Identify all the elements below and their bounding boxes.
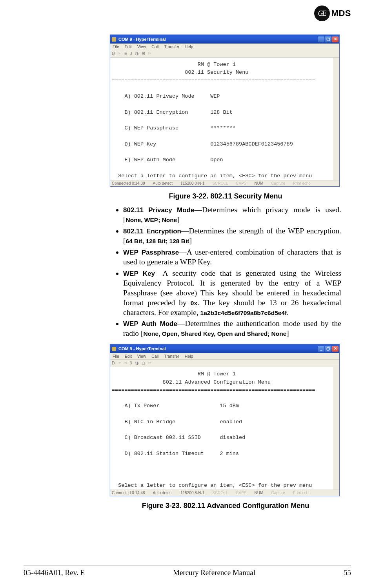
status-caps: CAPS bbox=[236, 181, 246, 186]
menu-transfer[interactable]: Transfer bbox=[164, 44, 179, 49]
status-baud: 115200 8-N-1 bbox=[180, 181, 204, 186]
status-scroll: SCROLL bbox=[212, 181, 228, 186]
menu-transfer[interactable]: Transfer bbox=[164, 354, 179, 359]
window-title: COM 9 - HyperTerminal bbox=[118, 37, 166, 42]
menu-view[interactable]: View bbox=[137, 354, 146, 359]
status-capture: Capture bbox=[271, 181, 285, 186]
param-name: WEP Passphrase bbox=[123, 249, 179, 256]
terminal-body[interactable]: RM @ Tower 1 802.11 Advanced Configurati… bbox=[110, 367, 339, 490]
param-name: 802.11 Encryption bbox=[123, 228, 181, 235]
status-bar: Connected 0:14:48 Auto detect 115200 8-N… bbox=[110, 490, 339, 496]
list-item: 802.11 Privacy Mode—Determines which pri… bbox=[123, 205, 341, 225]
minimize-icon[interactable]: _ bbox=[318, 346, 324, 352]
scroll-up-icon[interactable]: ▴ bbox=[333, 367, 339, 373]
menu-bar: File Edit View Call Transfer Help bbox=[110, 353, 339, 360]
param-options: None, WEP; None bbox=[126, 217, 177, 223]
status-num: NUM bbox=[255, 181, 264, 186]
list-item: WEP Auth Mode—Determines the authenticat… bbox=[123, 319, 341, 339]
param-name: WEP Key bbox=[123, 270, 155, 277]
param-end: ] bbox=[286, 329, 289, 337]
tool-bar: D ☞ ≡ 3 ◑ ⊟ ☞ bbox=[110, 360, 339, 367]
minimize-icon[interactable]: _ bbox=[318, 36, 324, 42]
close-icon[interactable]: ✕ bbox=[332, 36, 339, 42]
page-footer: 05-4446A01, Rev. E Mercury Reference Man… bbox=[24, 566, 351, 577]
ge-monogram-icon: GE bbox=[314, 5, 330, 21]
param-example: 1a2b3c4d5e6f709a8b7c6d5e4f bbox=[200, 309, 287, 316]
title-bar: COM 9 - HyperTerminal _ ▢ ✕ bbox=[110, 344, 339, 353]
menu-help[interactable]: Help bbox=[185, 354, 193, 359]
menu-file[interactable]: File bbox=[113, 354, 119, 359]
param-end: ] bbox=[177, 215, 180, 224]
window-title: COM 9 - HyperTerminal bbox=[118, 346, 166, 351]
status-scroll: SCROLL bbox=[212, 491, 228, 495]
status-bar: Connected 0:14:38 Auto detect 115200 8-N… bbox=[110, 180, 339, 186]
menu-call[interactable]: Call bbox=[151, 354, 158, 359]
figure-caption-1: Figure 3-22. 802.11 Security Menu bbox=[110, 192, 341, 200]
param-code: 0x bbox=[191, 300, 197, 306]
footer-docid: 05-4446A01, Rev. E bbox=[24, 568, 85, 577]
menu-view[interactable]: View bbox=[137, 44, 146, 49]
list-item: 802.11 Encryption—Determines the strengt… bbox=[123, 226, 341, 246]
param-name: WEP Auth Mode bbox=[123, 320, 177, 328]
title-bar: COM 9 - HyperTerminal _ ▢ ✕ bbox=[110, 35, 339, 44]
status-autodetect: Auto detect bbox=[153, 181, 173, 186]
status-autodetect: Auto detect bbox=[153, 491, 173, 495]
param-options: 64 Bit, 128 Bit; 128 Bit bbox=[126, 238, 189, 244]
scroll-down-icon[interactable]: ▾ bbox=[333, 175, 339, 180]
scroll-up-icon[interactable]: ▴ bbox=[333, 58, 339, 63]
hyperterminal-window-1: COM 9 - HyperTerminal _ ▢ ✕ File Edit Vi… bbox=[110, 35, 340, 187]
status-printecho: Print echo bbox=[293, 181, 311, 186]
status-capture: Capture bbox=[271, 491, 285, 495]
figure-caption-2: Figure 3-23. 802.11 Advanced Configurati… bbox=[110, 502, 341, 510]
maximize-icon[interactable]: ▢ bbox=[325, 36, 331, 42]
menu-call[interactable]: Call bbox=[151, 44, 158, 49]
status-connection: Connected 0:14:38 bbox=[112, 181, 145, 186]
param-end: ] bbox=[189, 237, 192, 245]
parameter-list: 802.11 Privacy Mode—Determines which pri… bbox=[110, 205, 341, 339]
list-item: WEP Passphrase—A user-entered combinatio… bbox=[123, 248, 341, 267]
app-icon bbox=[112, 37, 116, 42]
menu-bar: File Edit View Call Transfer Help bbox=[110, 44, 339, 50]
brand-text: MDS bbox=[331, 8, 351, 18]
status-baud: 115200 8-N-1 bbox=[180, 491, 204, 495]
param-options: None, Open, Shared Key, Open and Shared;… bbox=[143, 330, 286, 337]
footer-pagenum: 55 bbox=[344, 568, 351, 577]
app-icon bbox=[112, 347, 116, 351]
footer-title: Mercury Reference Manual bbox=[173, 568, 255, 577]
param-name: 802.11 Privacy Mode bbox=[123, 206, 194, 214]
hyperterminal-window-2: COM 9 - HyperTerminal _ ▢ ✕ File Edit Vi… bbox=[110, 344, 340, 496]
brand-logo: GE MDS bbox=[314, 5, 351, 21]
close-icon[interactable]: ✕ bbox=[332, 346, 339, 352]
maximize-icon[interactable]: ▢ bbox=[325, 346, 331, 352]
status-caps: CAPS bbox=[236, 491, 246, 495]
terminal-body[interactable]: RM @ Tower 1 802.11 Security Menu ======… bbox=[110, 58, 339, 180]
menu-help[interactable]: Help bbox=[185, 44, 193, 49]
status-printecho: Print echo bbox=[293, 491, 311, 495]
scroll-down-icon[interactable]: ▾ bbox=[333, 484, 339, 490]
menu-edit[interactable]: Edit bbox=[125, 354, 132, 359]
status-connection: Connected 0:14:48 bbox=[112, 491, 145, 495]
menu-edit[interactable]: Edit bbox=[125, 44, 132, 49]
menu-file[interactable]: File bbox=[113, 44, 119, 49]
list-item: WEP Key—A security code that is generate… bbox=[123, 269, 341, 318]
param-end: . bbox=[287, 308, 289, 317]
status-num: NUM bbox=[255, 491, 264, 495]
tool-bar: D ☞ ≡ 3 ◑ ⊟ ☞ bbox=[110, 50, 339, 58]
